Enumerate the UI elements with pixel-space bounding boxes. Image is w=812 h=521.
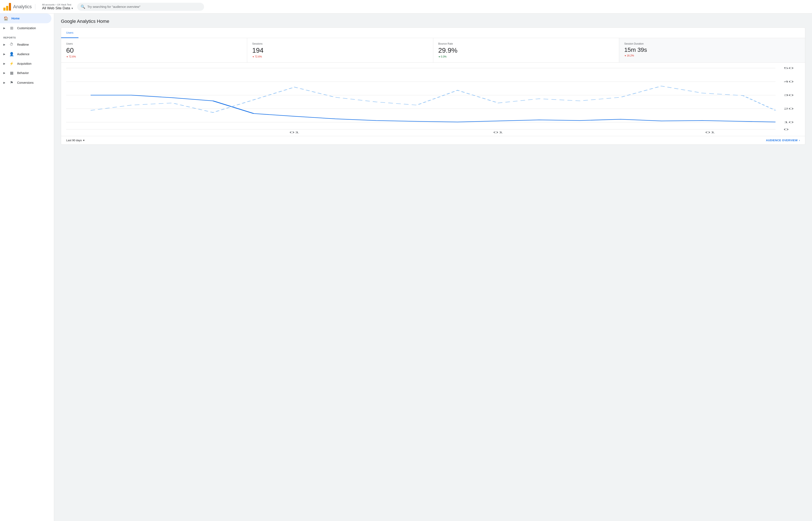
stat-duration-label: Session Duration: [624, 42, 800, 45]
chevron-acquisition-icon: ▶: [3, 62, 5, 65]
sidebar-realtime-label: Realtime: [17, 43, 29, 46]
breadcrumb-dropdown-icon[interactable]: ▾: [71, 6, 73, 10]
audience-overview-link[interactable]: AUDIENCE OVERVIEW ›: [766, 139, 800, 142]
chevron-icon: ▶: [3, 27, 5, 30]
sidebar-item-audience[interactable]: ▶ 👤 Audience: [0, 49, 54, 59]
stat-duration-value: 15m 39s: [624, 47, 800, 53]
sidebar-item-home[interactable]: 🏠 Home: [0, 14, 51, 23]
chevron-conversions-icon: ▶: [3, 81, 5, 84]
sidebar-conversions-label: Conversions: [17, 81, 33, 84]
stat-session-duration: Session Duration 15m 39s ▼ 16.2%: [619, 38, 805, 62]
acquisition-icon: ⚡: [9, 62, 14, 66]
stat-bounce-label: Bounce Rate: [438, 42, 614, 45]
sidebar-item-realtime[interactable]: ▶ ⏱ Realtime: [0, 40, 54, 49]
svg-text:30: 30: [784, 94, 794, 96]
app-title: Analytics: [13, 4, 35, 9]
users-down-arrow-icon: ▼: [66, 55, 68, 58]
date-range-button[interactable]: Last 90 days ▾: [66, 139, 85, 142]
stat-sessions-value: 194: [252, 47, 428, 54]
stat-sessions-change: ▼ 72.6%: [252, 55, 428, 58]
chart-footer: Last 90 days ▾ AUDIENCE OVERVIEW ›: [61, 136, 805, 144]
logo-icon: [3, 3, 11, 10]
stat-users-value: 60: [66, 47, 242, 54]
stat-bounce-rate: Bounce Rate 29.9% ▼ 0.3%: [433, 38, 619, 62]
breadcrumb-child[interactable]: UX Hack Test: [57, 3, 71, 6]
metrics-stats: Users 60 ▼ 72.6% Sessions 194 ▼ 72.6%: [61, 38, 805, 63]
duration-down-arrow-icon: ▼: [624, 54, 626, 57]
svg-text:20: 20: [784, 108, 794, 110]
sidebar-item-conversions[interactable]: ▶ ⚑ Conversions: [0, 78, 54, 88]
metrics-card: Users Users 60 ▼ 72.6% Sessions 194 ▼: [61, 27, 805, 145]
sidebar-acquisition-label: Acquisition: [17, 62, 31, 65]
logo-bar-3: [9, 3, 11, 10]
stat-duration-change: ▼ 16.2%: [624, 54, 800, 57]
sidebar-behavior-label: Behavior: [17, 71, 29, 75]
sessions-down-arrow-icon: ▼: [252, 55, 254, 58]
svg-text:01: 01: [290, 131, 299, 134]
main-content: Google Analytics Home Users Users 60 ▼ 7…: [54, 14, 812, 521]
date-range-label: Last 90 days: [66, 139, 82, 142]
customization-icon: ⊞: [9, 26, 14, 30]
sidebar-item-behavior[interactable]: ▶ ▦ Behavior: [0, 68, 54, 78]
breadcrumb: All accounts › UX Hack Test All Web Site…: [42, 3, 73, 10]
tab-users[interactable]: Users: [61, 28, 78, 38]
breadcrumb-current[interactable]: All Web Site Data: [42, 6, 70, 10]
breadcrumb-parent[interactable]: All accounts: [42, 3, 54, 6]
bounce-down-arrow-icon: ▼: [438, 55, 441, 58]
stat-users-label: Users: [66, 42, 242, 45]
stat-bounce-value: 29.9%: [438, 47, 614, 54]
sessions-change-value: 72.6%: [255, 55, 262, 58]
duration-change-value: 16.2%: [627, 54, 634, 57]
reports-section-label: REPORTS: [0, 33, 54, 40]
svg-text:01: 01: [705, 131, 715, 134]
logo-bar-2: [6, 6, 8, 10]
logo-bar-1: [3, 7, 5, 10]
stat-sessions-label: Sessions: [252, 42, 428, 45]
bounce-change-value: 0.3%: [441, 55, 446, 58]
search-input[interactable]: Try searching for "audience overview": [87, 5, 140, 8]
conversions-icon: ⚑: [9, 81, 14, 85]
page-title: Google Analytics Home: [61, 19, 805, 24]
svg-text:0: 0: [784, 128, 789, 131]
chevron-audience-icon: ▶: [3, 53, 5, 55]
stat-sessions: Sessions 194 ▼ 72.6%: [247, 38, 433, 62]
audience-overview-chevron-icon: ›: [799, 139, 800, 142]
search-icon: 🔍: [81, 4, 85, 9]
chevron-behavior-icon: ▶: [3, 71, 5, 74]
sidebar: 🏠 Home ▶ ⊞ Customization REPORTS ▶ ⏱ Rea…: [0, 14, 54, 521]
svg-text:01: 01: [493, 131, 503, 134]
realtime-icon: ⏱: [9, 42, 14, 47]
breadcrumb-chevron-icon: ›: [55, 3, 56, 6]
search-bar[interactable]: 🔍 Try searching for "audience overview": [77, 3, 204, 11]
metrics-tabs: Users: [61, 28, 805, 38]
audience-overview-label: AUDIENCE OVERVIEW: [766, 139, 798, 142]
app-layout: 🏠 Home ▶ ⊞ Customization REPORTS ▶ ⏱ Rea…: [0, 14, 812, 521]
sidebar-item-acquisition[interactable]: ▶ ⚡ Acquisition: [0, 59, 54, 68]
sidebar-customization-label: Customization: [17, 26, 36, 30]
audience-icon: 👤: [9, 52, 14, 56]
home-icon: 🏠: [3, 16, 8, 21]
sidebar-audience-label: Audience: [17, 52, 29, 56]
search-container: 🔍 Try searching for "audience overview": [77, 3, 204, 11]
chevron-realtime-icon: ▶: [3, 43, 5, 46]
behavior-icon: ▦: [9, 71, 14, 75]
chart-svg: 50 40 30 20 10 0 01 May 01 Jun: [66, 66, 800, 134]
logo: Analytics: [3, 3, 39, 10]
sidebar-home-label: Home: [12, 17, 20, 20]
chart-area: 50 40 30 20 10 0 01 May 01 Jun: [61, 63, 805, 134]
sidebar-item-customization[interactable]: ▶ ⊞ Customization: [0, 23, 54, 33]
svg-text:40: 40: [784, 81, 794, 83]
date-range-dropdown-icon: ▾: [83, 139, 85, 142]
svg-text:50: 50: [784, 67, 794, 69]
users-change-value: 72.6%: [69, 55, 76, 58]
app-header: Analytics All accounts › UX Hack Test Al…: [0, 0, 812, 14]
stat-users-change: ▼ 72.6%: [66, 55, 242, 58]
stat-bounce-change: ▼ 0.3%: [438, 55, 614, 58]
breadcrumb-top: All accounts › UX Hack Test: [42, 3, 73, 6]
svg-text:10: 10: [784, 121, 794, 123]
breadcrumb-bottom: All Web Site Data ▾: [42, 6, 73, 10]
stat-users: Users 60 ▼ 72.6%: [61, 38, 247, 62]
